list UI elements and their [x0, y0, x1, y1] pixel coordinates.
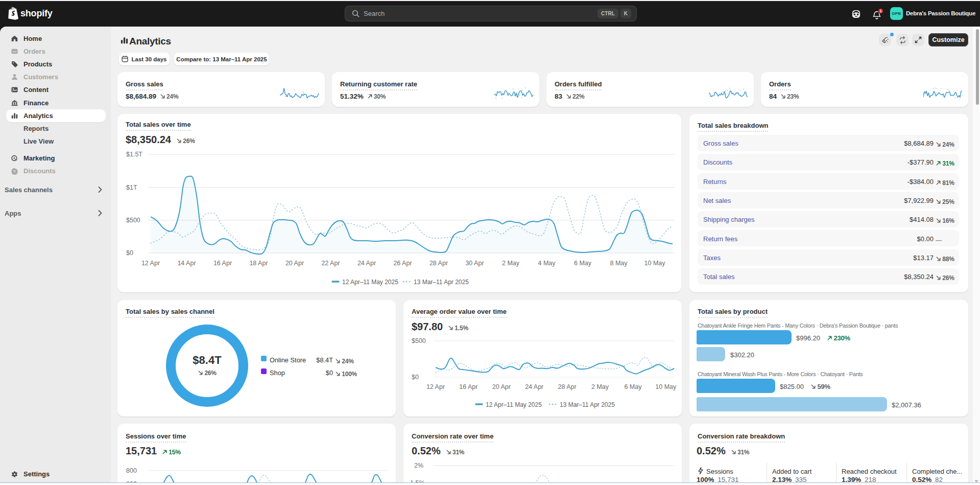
svg-text:22 Apr: 22 Apr — [321, 260, 340, 267]
svg-text:6 May: 6 May — [624, 383, 642, 390]
svg-text:2%: 2% — [414, 462, 423, 469]
svg-text:4 May: 4 May — [538, 260, 556, 267]
svg-text:12 Apr: 12 Apr — [426, 383, 445, 390]
svg-text:$0: $0 — [126, 249, 133, 257]
svg-text:$500: $500 — [412, 337, 426, 344]
svg-text:14 Apr: 14 Apr — [177, 260, 196, 267]
svg-text:$1T: $1T — [126, 184, 137, 191]
svg-text:8 May: 8 May — [610, 260, 628, 267]
svg-text:10 May: 10 May — [644, 260, 666, 267]
svg-text:28 Apr: 28 Apr — [429, 260, 448, 267]
svg-text:12 Apr: 12 Apr — [141, 260, 160, 267]
svg-text:28 Apr: 28 Apr — [558, 383, 577, 390]
svg-text:24 Apr: 24 Apr — [357, 260, 376, 267]
svg-text:800: 800 — [126, 467, 137, 474]
svg-text:$500: $500 — [126, 217, 140, 224]
svg-text:13 Mar–11 Apr 2025: 13 Mar–11 Apr 2025 — [414, 279, 469, 286]
svg-text:16 Apr: 16 Apr — [459, 383, 477, 390]
svg-text:20 Apr: 20 Apr — [492, 383, 511, 390]
svg-text:2 May: 2 May — [591, 383, 609, 390]
svg-text:24 Apr: 24 Apr — [525, 383, 543, 390]
svg-text:16 Apr: 16 Apr — [213, 260, 232, 267]
svg-text:10 May: 10 May — [655, 383, 677, 390]
svg-text:30 Apr: 30 Apr — [465, 260, 484, 267]
svg-text:26 Apr: 26 Apr — [393, 260, 412, 267]
svg-text:13 Mar–11 Apr 2025: 13 Mar–11 Apr 2025 — [560, 401, 615, 408]
svg-text:$0: $0 — [412, 374, 419, 381]
svg-text:12 Apr–11 May 2025: 12 Apr–11 May 2025 — [342, 279, 398, 286]
svg-text:6 May: 6 May — [574, 260, 592, 267]
svg-text:12 Apr–11 May 2025: 12 Apr–11 May 2025 — [486, 401, 542, 408]
svg-text:18 Apr: 18 Apr — [249, 260, 268, 267]
svg-text:2 May: 2 May — [502, 260, 520, 267]
svg-text:$1.5T: $1.5T — [126, 151, 142, 158]
svg-text:20 Apr: 20 Apr — [285, 260, 304, 267]
